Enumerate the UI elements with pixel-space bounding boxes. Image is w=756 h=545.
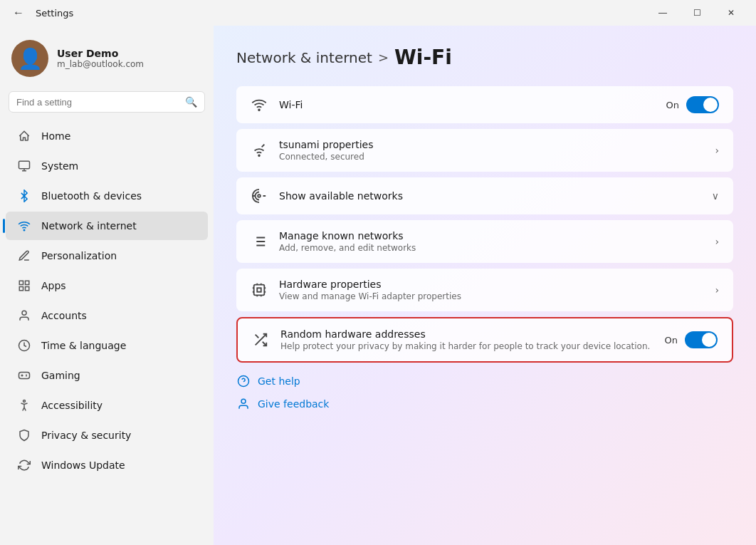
wifi-toggle[interactable]: [686, 96, 719, 113]
svg-point-1: [23, 229, 25, 231]
gaming-icon: [17, 368, 31, 383]
app-title: Settings: [36, 8, 73, 19]
apps-icon: [17, 279, 31, 293]
known-networks-title: Manage known networks: [279, 230, 703, 242]
sidebar-item-network-label: Network & internet: [41, 220, 137, 232]
sidebar-item-personalization-label: Personalization: [41, 250, 117, 261]
give-feedback-icon: [236, 397, 251, 411]
hardware-row[interactable]: Hardware properties View and manage Wi-F…: [236, 269, 733, 311]
sidebar-item-bluetooth-label: Bluetooth & devices: [41, 190, 142, 202]
sidebar-item-gaming-label: Gaming: [41, 370, 80, 381]
known-networks-chevron: ›: [715, 236, 719, 247]
breadcrumb-current: Wi-Fi: [394, 46, 452, 69]
wifi-label: Wi-Fi: [279, 99, 655, 110]
sidebar-item-apps[interactable]: Apps: [6, 271, 208, 300]
tsunami-row[interactable]: tsunami properties Connected, secured ›: [236, 129, 733, 172]
tsunami-icon: [251, 142, 268, 159]
svg-rect-3: [26, 281, 29, 284]
close-button[interactable]: ✕: [715, 3, 747, 23]
sidebar-item-bluetooth[interactable]: Bluetooth & devices: [6, 182, 208, 210]
known-networks-subtitle: Add, remove, and edit networks: [279, 243, 703, 253]
svg-rect-2: [19, 281, 23, 284]
back-button[interactable]: ←: [9, 5, 28, 21]
sidebar-item-update[interactable]: Windows Update: [6, 451, 208, 479]
svg-point-6: [22, 311, 26, 315]
hardware-icon: [251, 281, 268, 299]
breadcrumb-parent[interactable]: Network & internet: [236, 49, 372, 66]
sidebar-item-home[interactable]: Home: [6, 122, 208, 150]
svg-rect-5: [26, 287, 29, 291]
update-icon: [17, 458, 31, 472]
get-help-icon: [236, 374, 251, 388]
sidebar-item-accounts-label: Accounts: [41, 310, 87, 321]
time-icon: [17, 338, 31, 353]
sidebar-item-accounts[interactable]: Accounts: [6, 301, 208, 330]
breadcrumb: Network & internet > Wi-Fi: [236, 46, 733, 69]
available-networks-row[interactable]: Show available networks ∨: [236, 177, 733, 214]
sidebar-item-system-label: System: [41, 160, 78, 172]
maximize-button[interactable]: ☐: [681, 3, 713, 23]
sidebar-item-time[interactable]: Time & language: [6, 331, 208, 360]
tsunami-chevron: ›: [715, 145, 719, 156]
user-name: User Demo: [57, 48, 144, 59]
sidebar-item-accessibility-label: Accessibility: [41, 400, 103, 411]
privacy-icon: [17, 428, 31, 442]
sidebar-item-gaming[interactable]: Gaming: [6, 361, 208, 390]
available-networks-chevron: ∨: [712, 190, 719, 202]
random-hardware-row[interactable]: Random hardware addresses Help protect y…: [238, 318, 732, 361]
tsunami-subtitle: Connected, secured: [279, 152, 703, 162]
sidebar-item-personalization[interactable]: Personalization: [6, 242, 208, 270]
hardware-subtitle: View and manage Wi-Fi adapter properties: [279, 291, 703, 301]
known-networks-row[interactable]: Manage known networks Add, remove, and e…: [236, 220, 733, 263]
tsunami-title: tsunami properties: [279, 139, 703, 150]
get-help-label: Get help: [258, 375, 300, 387]
system-icon: [17, 159, 31, 173]
svg-line-31: [256, 335, 259, 338]
window-controls: — ☐ ✕: [646, 3, 747, 23]
wifi-icon: [251, 96, 268, 113]
svg-rect-20: [257, 288, 261, 292]
give-feedback-label: Give feedback: [258, 398, 329, 410]
svg-point-11: [258, 155, 260, 156]
random-hardware-status: On: [665, 335, 678, 346]
help-links: Get help Give feedback: [236, 374, 733, 411]
known-networks-icon: [251, 233, 268, 250]
tsunami-card: tsunami properties Connected, secured ›: [236, 129, 733, 172]
wifi-card: Wi-Fi On: [236, 86, 733, 123]
sidebar-item-system[interactable]: System: [6, 152, 208, 180]
title-bar: ← Settings — ☐ ✕: [0, 0, 756, 26]
known-networks-card: Manage known networks Add, remove, and e…: [236, 220, 733, 263]
search-icon: 🔍: [185, 96, 197, 108]
user-email: m_lab@outlook.com: [57, 59, 144, 69]
available-networks-card: Show available networks ∨: [236, 177, 733, 214]
svg-rect-4: [19, 287, 23, 291]
hardware-card: Hardware properties View and manage Wi-F…: [236, 269, 733, 311]
user-profile[interactable]: 👤 User Demo m_lab@outlook.com: [0, 31, 214, 88]
hardware-title: Hardware properties: [279, 279, 703, 290]
sidebar-item-network[interactable]: Network & internet: [6, 212, 208, 240]
sidebar-item-privacy[interactable]: Privacy & security: [6, 421, 208, 450]
get-help-link[interactable]: Get help: [236, 374, 733, 388]
wifi-row[interactable]: Wi-Fi On: [236, 86, 733, 123]
content-area: Network & internet > Wi-Fi Wi-Fi: [214, 26, 756, 545]
svg-rect-19: [254, 285, 265, 296]
random-hardware-card: Random hardware addresses Help protect y…: [236, 317, 733, 363]
svg-point-12: [258, 194, 261, 197]
search-box[interactable]: 🔍: [9, 91, 205, 113]
sidebar-item-accessibility[interactable]: Accessibility: [6, 391, 208, 420]
breadcrumb-separator: >: [378, 50, 389, 65]
svg-rect-0: [19, 161, 30, 169]
available-networks-icon: [251, 187, 268, 204]
random-hardware-toggle[interactable]: [685, 331, 718, 348]
sidebar-item-privacy-label: Privacy & security: [41, 430, 131, 441]
bluetooth-icon: [17, 189, 31, 203]
svg-point-34: [241, 399, 246, 403]
available-networks-title: Show available networks: [279, 190, 700, 202]
svg-point-10: [258, 109, 260, 110]
give-feedback-link[interactable]: Give feedback: [236, 397, 733, 411]
sidebar-item-home-label: Home: [41, 130, 70, 142]
sidebar-item-apps-label: Apps: [41, 280, 66, 291]
search-input[interactable]: [16, 97, 179, 108]
sidebar: 👤 User Demo m_lab@outlook.com 🔍 Home: [0, 26, 214, 545]
minimize-button[interactable]: —: [646, 3, 679, 23]
